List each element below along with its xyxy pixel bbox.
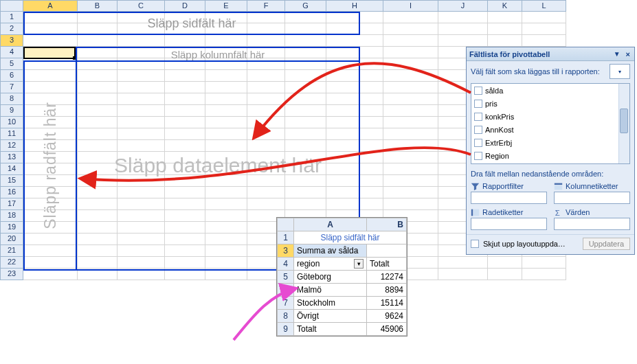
cell-J2[interactable] — [438, 23, 488, 35]
col-header-D[interactable]: D — [165, 0, 205, 12]
mini-value-Malmö[interactable]: 8894 — [367, 284, 407, 297]
cell-E3[interactable] — [205, 35, 247, 47]
cell-L22[interactable] — [522, 257, 566, 269]
col-header-E[interactable]: E — [205, 0, 247, 12]
field-AnnKost[interactable]: AnnKost — [471, 123, 629, 136]
cell-I4[interactable] — [383, 47, 438, 58]
cell-I12[interactable] — [383, 140, 438, 152]
mini-region-Stockholm[interactable]: Stockholm — [294, 297, 367, 310]
field-checkbox-Region[interactable] — [474, 152, 482, 160]
row-header-11[interactable]: 11 — [0, 128, 23, 140]
cell-L2[interactable] — [522, 23, 566, 35]
cell-I10[interactable] — [383, 117, 438, 128]
cell-I1[interactable] — [383, 12, 438, 23]
mini-col-total-label[interactable]: Totalt — [367, 258, 407, 271]
cell-A3[interactable] — [23, 35, 78, 47]
mini-title-cell[interactable]: Summa av sålda — [294, 244, 367, 258]
mini-row-1[interactable]: 1 — [278, 231, 294, 244]
cell-I15[interactable] — [383, 175, 438, 187]
mini-row-9[interactable]: 9 — [278, 323, 294, 336]
mini-col-A[interactable]: A — [294, 218, 367, 231]
row-header-23[interactable]: 23 — [0, 269, 23, 280]
field-checkbox-sålda[interactable] — [474, 87, 482, 95]
field-list-box[interactable]: såldapriskonkPrisAnnKostExtrErbjRegion — [471, 83, 630, 164]
col-header-G[interactable]: G — [285, 0, 326, 12]
row-header-8[interactable]: 8 — [0, 93, 23, 105]
cell-L1[interactable] — [522, 12, 566, 23]
cell-K2[interactable] — [488, 23, 522, 35]
row-header-20[interactable]: 20 — [0, 234, 23, 245]
mini-value-Stockholm[interactable]: 15114 — [367, 297, 407, 310]
defer-layout-checkbox[interactable] — [471, 240, 479, 248]
cell-I13[interactable] — [383, 152, 438, 163]
field-list-titlebar[interactable]: Fältlista för pivottabell ▼ × — [467, 47, 634, 61]
row-header-2[interactable]: 2 — [0, 23, 23, 35]
cell-K22[interactable] — [488, 257, 522, 269]
field-pris[interactable]: pris — [471, 97, 629, 110]
field-checkbox-AnnKost[interactable] — [474, 126, 482, 134]
drop-zone-column-fields[interactable]: Släpp kolumnfält här — [76, 47, 360, 60]
cell-I14[interactable] — [383, 163, 438, 175]
field-ExtrErbj[interactable]: ExtrErbj — [471, 136, 629, 149]
col-header-J[interactable]: J — [438, 0, 488, 12]
row-header-10[interactable]: 10 — [0, 117, 23, 128]
cell-I6[interactable] — [383, 70, 438, 82]
cell-I3[interactable] — [383, 35, 438, 47]
mini-row-5[interactable]: 5 — [278, 271, 294, 284]
mini-region-Göteborg[interactable]: Göteborg — [294, 271, 367, 284]
drop-zone-row-fields[interactable]: Släpp radfält här — [23, 60, 76, 271]
mini-value-Göteborg[interactable]: 12274 — [367, 271, 407, 284]
cell-L3[interactable] — [522, 35, 566, 47]
row-header-18[interactable]: 18 — [0, 210, 23, 222]
mini-row-7[interactable]: 7 — [278, 297, 294, 310]
row-header-7[interactable]: 7 — [0, 82, 23, 93]
mini-region-Malmö[interactable]: Malmö — [294, 284, 367, 297]
select-all-corner[interactable] — [0, 0, 23, 12]
cell-I11[interactable] — [383, 128, 438, 140]
row-header-3[interactable]: 3 — [0, 35, 23, 47]
drop-column-labels[interactable] — [554, 192, 630, 204]
col-header-B[interactable]: B — [78, 0, 118, 12]
col-header-K[interactable]: K — [488, 0, 522, 12]
cell-C3[interactable] — [118, 35, 165, 47]
row-header-15[interactable]: 15 — [0, 175, 23, 187]
col-header-A[interactable]: A — [23, 0, 78, 12]
cell-K3[interactable] — [488, 35, 522, 47]
cell-I16[interactable] — [383, 187, 438, 198]
field-konkPris[interactable]: konkPris — [471, 110, 629, 123]
row-header-12[interactable]: 12 — [0, 140, 23, 152]
cell-J23[interactable] — [438, 269, 488, 280]
row-header-13[interactable]: 13 — [0, 152, 23, 163]
cell-F3[interactable] — [247, 35, 285, 47]
col-header-L[interactable]: L — [522, 0, 566, 12]
cell-K23[interactable] — [488, 269, 522, 280]
col-header-F[interactable]: F — [247, 0, 285, 12]
cell-B3[interactable] — [78, 35, 118, 47]
mini-row-8[interactable]: 8 — [278, 310, 294, 323]
drop-row-labels[interactable] — [471, 218, 547, 230]
mini-corner[interactable] — [278, 218, 294, 231]
row-header-19[interactable]: 19 — [0, 222, 23, 234]
drop-zone-page-fields[interactable]: Släpp sidfält här — [23, 12, 360, 35]
cell-J1[interactable] — [438, 12, 488, 23]
drop-report-filter[interactable] — [471, 192, 547, 204]
mini-row-4[interactable]: 4 — [278, 258, 294, 271]
update-button[interactable]: Uppdatera — [583, 238, 630, 250]
field-list-menu-icon[interactable]: ▼ — [614, 50, 621, 58]
mini-value-Övrigt[interactable]: 9624 — [367, 310, 407, 323]
row-header-6[interactable]: 6 — [0, 70, 23, 82]
mini-grand-value[interactable]: 45906 — [367, 323, 407, 336]
mini-row-6[interactable]: 6 — [278, 284, 294, 297]
mini-row-3[interactable]: 3 — [278, 244, 294, 258]
cell-D3[interactable] — [165, 35, 205, 47]
cell-G3[interactable] — [285, 35, 326, 47]
row-header-21[interactable]: 21 — [0, 245, 23, 257]
col-header-C[interactable]: C — [118, 0, 165, 12]
scrollbar-thumb[interactable] — [620, 109, 628, 133]
cell-I2[interactable] — [383, 23, 438, 35]
field-sålda[interactable]: sålda — [471, 84, 629, 97]
mini-region-Övrigt[interactable]: Övrigt — [294, 310, 367, 323]
row-header-9[interactable]: 9 — [0, 105, 23, 117]
cell-L23[interactable] — [522, 269, 566, 280]
cell-I8[interactable] — [383, 93, 438, 105]
